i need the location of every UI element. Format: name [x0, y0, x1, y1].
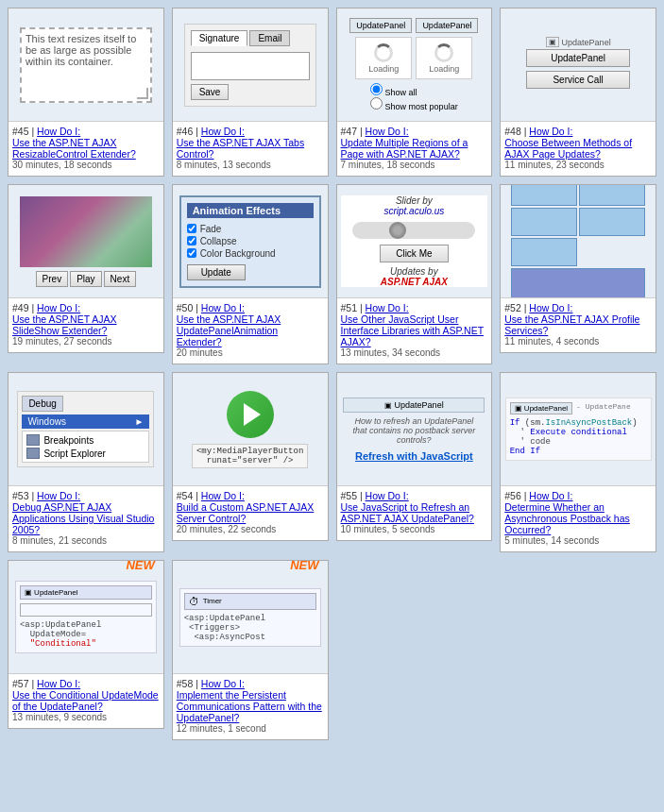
postback-preview: ▣ UpdatePanel - UpdatePane If (sm.IsInAs…: [505, 398, 652, 461]
tab-email[interactable]: Email: [249, 30, 290, 46]
conditional-input[interactable]: [20, 603, 152, 617]
card-link-53[interactable]: How Do I:: [37, 490, 80, 501]
card-link-45[interactable]: How Do I:: [37, 126, 80, 137]
card-link-51[interactable]: How Do I:: [366, 302, 409, 313]
card-number-line-56: #56 | How Do I:: [504, 490, 652, 501]
card-info-47: #47 | How Do I:Update Multiple Regions o…: [337, 122, 492, 176]
updates-attribution: Updates byASP.NET AJAX: [381, 266, 448, 287]
debug-menu-title[interactable]: Debug: [22, 396, 62, 412]
card-duration-56: 5 minutes, 14 seconds: [504, 535, 652, 546]
card-duration-52: 11 minutes, 4 seconds: [504, 336, 652, 347]
card-number-line-53: #53 | How Do I:: [12, 490, 160, 501]
slider-attribution: Slider byscript.aculo.us: [383, 195, 444, 216]
card-link-52[interactable]: How Do I:: [529, 302, 572, 313]
next-button[interactable]: Next: [104, 271, 137, 287]
card-link2-50[interactable]: Use the ASP.NET AJAX UpdatePanelAnimatio…: [177, 313, 281, 347]
scriptaculous-label: script.aculo.us: [383, 206, 444, 216]
card-link-58[interactable]: How Do I:: [201, 678, 245, 689]
fade-check: Fade: [187, 224, 314, 234]
updatepanel-btn1: UpdatePanel: [349, 18, 412, 33]
card-duration-53: 8 minutes, 21 seconds: [12, 535, 160, 546]
refresh-question: How to refresh an UpdatePanel that conta…: [343, 416, 485, 445]
card-link-text-58: Implement the Persistent Communications …: [177, 689, 324, 723]
profile-box-2: [511, 208, 577, 236]
profile-box-1: [579, 185, 645, 206]
card-duration-54: 20 minutes, 22 seconds: [177, 524, 324, 534]
radio-show-all[interactable]: Show all: [370, 83, 458, 97]
card-info-50: #50 | How Do I:Use the ASP.NET AJAX Upda…: [173, 298, 328, 364]
card-wrapper-53: Debug Windows ► Breakpoints Script Explo…: [8, 372, 164, 552]
cond-code-line2: UpdateMode=: [20, 630, 86, 639]
card-wrapper-52: #52 | How Do I:Use the ASP.NET AJAX Prof…: [500, 184, 656, 364]
card-info-49: #49 | How Do I:Use the ASP.NET AJAX Slid…: [9, 298, 163, 352]
card-link2-56[interactable]: Determine Whether an Asynchronous Postba…: [504, 501, 630, 535]
card-number-51: #51 |: [341, 302, 366, 313]
servicecall-choose-btn[interactable]: Service Call: [526, 71, 630, 89]
card-link-48[interactable]: How Do I:: [529, 126, 572, 137]
main-grid: This text resizes itself to be as large …: [0, 0, 664, 748]
postback-code: If (sm.IsInAsyncPostBack) ' Execute cond…: [510, 418, 647, 456]
card-preview-conditional: ▣ UpdatePanel <asp:UpdatePanel UpdateMod…: [9, 561, 163, 674]
card-link-text-57: Use the Conditional UpdateMode of the Up…: [12, 689, 160, 712]
save-button[interactable]: Save: [191, 84, 230, 100]
card-number-line-49: #49 | How Do I:: [12, 302, 160, 313]
debug-preview: Debug Windows ► Breakpoints Script Explo…: [17, 391, 154, 467]
card-preview-mediaplayer: <my:MediaPlayerButton runat="server" />: [173, 373, 328, 486]
timer-code-line2: <Triggers>: [184, 623, 240, 633]
card-link-55[interactable]: How Do I:: [366, 490, 409, 501]
script-explorer-item[interactable]: Script Explorer: [25, 447, 146, 460]
card-number-47: #47 |: [341, 126, 366, 137]
play-button[interactable]: Play: [70, 271, 101, 287]
card-preview-timer: ⏱ Timer <asp:UpdatePanel <Triggers> <asp…: [173, 561, 328, 674]
card-link2-58[interactable]: Implement the Persistent Communications …: [177, 689, 322, 723]
card-link2-57[interactable]: Use the Conditional UpdateMode of the Up…: [12, 689, 159, 712]
card-wrapper-49: Prev Play Next #49 | How Do I:Use the AS…: [8, 184, 164, 364]
card-info-55: #55 | How Do I:Use JavaScript to Refresh…: [337, 486, 492, 540]
timer-label: Timer: [203, 597, 222, 605]
jslib-preview: Slider byscript.aculo.us Click Me Update…: [341, 195, 487, 287]
card-link2-49[interactable]: Use the ASP.NET AJAX SlideShow Extender?: [12, 313, 117, 336]
card-link2-52[interactable]: Use the ASP.NET AJAX Profile Services?: [504, 313, 639, 336]
card-link2-46[interactable]: Use the ASP.NET AJAX Tabs Control?: [177, 137, 304, 160]
card-link2-54[interactable]: Build a Custom ASP.NET AJAX Server Contr…: [177, 501, 315, 524]
updatepanel-choose-btn[interactable]: UpdatePanel: [526, 49, 630, 67]
card-link-text-45: Use the ASP.NET AJAX ResizableControl Ex…: [12, 137, 160, 160]
card-link2-48[interactable]: Choose Between Methods of AJAX Page Upda…: [504, 137, 632, 160]
card-link-47[interactable]: How Do I:: [366, 126, 409, 137]
color-bg-check: Color Background: [187, 248, 314, 259]
postback-header: ▣ UpdatePanel - UpdatePane: [510, 402, 647, 414]
breakpoints-icon: [26, 434, 40, 446]
play-button-circle[interactable]: [227, 391, 274, 438]
card-link2-53[interactable]: Debug ASP.NET AJAX Applications Using Vi…: [12, 501, 154, 535]
card-wrapper-56: ▣ UpdatePanel - UpdatePane If (sm.IsInAs…: [500, 372, 656, 552]
card-wrapper-57: NEW ▣ UpdatePanel <asp:UpdatePanel Updat…: [8, 560, 164, 740]
slider-control[interactable]: [352, 222, 475, 239]
prev-button[interactable]: Prev: [36, 271, 69, 287]
breakpoints-item[interactable]: Breakpoints: [25, 433, 146, 447]
card-link2-51[interactable]: Use Other JavaScript User Interface Libr…: [341, 313, 485, 347]
windows-menu-item[interactable]: Windows ►: [22, 414, 149, 429]
card-duration-55: 10 minutes, 5 seconds: [341, 524, 488, 534]
card-link-57[interactable]: How Do I:: [37, 678, 80, 689]
card-link-50[interactable]: How Do I:: [201, 302, 245, 313]
slider-thumb[interactable]: [389, 222, 406, 239]
card-duration-45: 30 minutes, 18 seconds: [12, 160, 160, 170]
tab-signature[interactable]: Signature: [191, 30, 248, 46]
card-link2-55[interactable]: Use JavaScript to Refresh an ASP.NET AJA…: [341, 501, 474, 524]
click-me-button[interactable]: Click Me: [380, 245, 448, 262]
card-wrapper-54: <my:MediaPlayerButton runat="server" /> …: [172, 372, 329, 552]
debug-submenu: Breakpoints Script Explorer: [22, 431, 149, 463]
card-link-54[interactable]: How Do I:: [201, 490, 245, 501]
card-info-46: #46 | How Do I:Use the ASP.NET AJAX Tabs…: [173, 122, 328, 176]
card-link-49[interactable]: How Do I:: [37, 302, 80, 313]
card-link2-47[interactable]: Update Multiple Regions of a Page with A…: [341, 137, 468, 160]
card-link-56[interactable]: How Do I:: [529, 490, 572, 501]
card-link-text-46: Use the ASP.NET AJAX Tabs Control?: [177, 137, 324, 160]
card-duration-51: 13 minutes, 34 seconds: [341, 347, 488, 358]
update-button[interactable]: Update: [187, 264, 246, 280]
card-link2-45[interactable]: Use the ASP.NET AJAX ResizableControl Ex…: [12, 137, 136, 160]
radio-show-popular[interactable]: Show most popular: [370, 97, 458, 111]
card-link-46[interactable]: How Do I:: [201, 126, 245, 137]
card-link-text-52: Use the ASP.NET AJAX Profile Services?: [504, 313, 652, 336]
refresh-link[interactable]: Refresh with JavaScript: [355, 450, 473, 462]
